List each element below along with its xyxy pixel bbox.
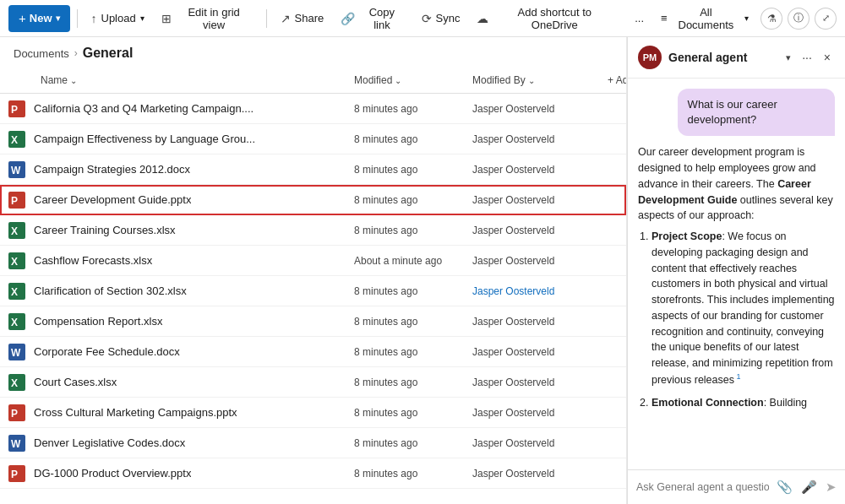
file-modified: 8 minutes ago [347, 407, 466, 419]
svg-text:X: X [11, 377, 18, 389]
table-row[interactable]: XCashflow Forecasts.xlsxAbout a minute a… [0, 246, 626, 276]
table-row[interactable]: WDenver Legislative Codes.docx8 minutes … [0, 428, 626, 458]
table-row[interactable]: XCourt Cases.xlsx8 minutes agoJasper Oos… [0, 367, 626, 398]
add-shortcut-button[interactable]: ☁ Add shortcut to OneDrive [470, 5, 623, 32]
docx-icon: W [8, 161, 25, 178]
agent-panel: PM General agent ▾ ··· × What is our car… [627, 37, 845, 504]
svg-text:X: X [11, 134, 18, 146]
file-author: Jasper Oosterveld [466, 316, 601, 328]
name-sort-icon: ⌄ [70, 76, 77, 85]
upload-button[interactable]: ↑ Upload ▾ [84, 5, 151, 32]
breadcrumb-parent[interactable]: Documents [14, 47, 69, 60]
svg-text:P: P [11, 469, 18, 480]
file-browser: Documents › General Name ⌄ Modified ⌄ Mo… [0, 37, 627, 504]
file-name-cell: Compensation Report.xlsx [34, 315, 347, 328]
agent-chevron-icon[interactable]: ▾ [786, 52, 791, 63]
table-row[interactable]: WCampaign Strategies 2012.docx8 minutes … [0, 154, 626, 185]
file-modified: 8 minutes ago [347, 133, 466, 145]
file-list-scroll[interactable]: Name ⌄ Modified ⌄ Modified By ⌄ + Add co… [0, 68, 626, 504]
agent-header-icons: ··· × [798, 48, 835, 67]
upload-icon: ↑ [91, 12, 97, 25]
table-row[interactable]: XClarification of Section 302.xlsx8 minu… [0, 276, 626, 306]
table-row[interactable]: XCompensation Report.xlsx8 minutes agoJa… [0, 306, 626, 337]
expand-button[interactable]: ⤢ [815, 8, 837, 30]
col-modified-header[interactable]: Modified ⌄ [347, 71, 466, 89]
mic-button[interactable]: 🎤 [799, 477, 820, 497]
new-button[interactable]: + New ▾ [8, 5, 70, 32]
file-name[interactable]: Clarification of Section 302.xlsx [34, 285, 187, 297]
file-name[interactable]: Campaign Strategies 2012.docx [34, 163, 190, 176]
sync-icon: ⟳ [422, 12, 432, 25]
file-modified: 8 minutes ago [347, 285, 466, 297]
svg-text:X: X [11, 286, 18, 298]
xlsx-icon: X [8, 313, 25, 330]
upload-chevron-icon: ▾ [140, 14, 144, 23]
file-name-cell: California Q3 and Q4 Marketing Campaign.… [34, 102, 347, 115]
add-col-label: + Add column [608, 74, 626, 86]
table-row[interactable]: PCross Cultural Marketing Campaigns.pptx… [0, 398, 626, 428]
file-author: Jasper Oosterveld [466, 407, 601, 419]
file-name[interactable]: Campaign Effectiveness by Language Grou.… [34, 133, 255, 145]
file-icon-cell: X [0, 252, 34, 269]
docx-icon: W [8, 344, 25, 360]
xlsx-icon: X [8, 252, 25, 269]
agent-more-button[interactable]: ··· [798, 48, 816, 67]
sync-button[interactable]: ⟳ Sync [415, 5, 467, 32]
file-name[interactable]: California Q3 and Q4 Marketing Campaign.… [34, 102, 254, 115]
file-icon-cell: W [0, 344, 34, 360]
share-button[interactable]: ↗ Share [274, 5, 331, 32]
table-row[interactable]: PCalifornia Q3 and Q4 Marketing Campaign… [0, 94, 626, 124]
attachment-button[interactable]: 📎 [774, 477, 795, 497]
file-name[interactable]: Cashflow Forecasts.xlsx [34, 254, 152, 267]
add-column-button[interactable]: + Add column [601, 71, 626, 89]
copy-link-button[interactable]: 🔗 Copy link [334, 5, 411, 32]
name-header-label: Name [41, 74, 68, 86]
send-button[interactable]: ➤ [823, 477, 839, 497]
agent-input-field[interactable] [636, 481, 769, 493]
separator-1 [77, 9, 78, 28]
file-author: Jasper Oosterveld [466, 346, 601, 358]
file-name[interactable]: Denver Legislative Codes.docx [34, 436, 185, 449]
file-modified: 8 minutes ago [347, 346, 466, 358]
modified-sort-icon: ⌄ [395, 76, 401, 85]
breadcrumb-current: General [83, 46, 134, 61]
pptx-icon: P [8, 100, 25, 117]
file-name-cell: Denver Legislative Codes.docx [34, 436, 347, 449]
file-name[interactable]: Cross Cultural Marketing Campaigns.pptx [34, 406, 237, 419]
share-label: Share [295, 12, 324, 24]
copy-link-label: Copy link [359, 6, 404, 31]
file-name[interactable]: Court Cases.xlsx [34, 376, 117, 388]
svg-text:W: W [11, 438, 21, 450]
agent-close-button[interactable]: × [820, 48, 835, 67]
file-name[interactable]: Corporate Fee Schedule.docx [34, 345, 180, 358]
more-button[interactable]: ... [628, 5, 651, 32]
list-item-1-text: : We focus on developing packaging desig… [651, 230, 835, 386]
file-icon-cell: P [0, 100, 34, 117]
plus-icon: + [19, 11, 26, 25]
file-author: Jasper Oosterveld [466, 468, 601, 480]
svg-text:W: W [11, 347, 21, 359]
table-row[interactable]: PCareer Development Guide.pptx8 minutes … [0, 185, 626, 215]
filter-button[interactable]: ⚗ [760, 8, 782, 30]
toolbar: + New ▾ ↑ Upload ▾ ⊞ Edit in grid view ↗… [0, 0, 845, 37]
agent-chat[interactable]: What is our career development? Our care… [628, 79, 845, 469]
grid-icon: ⊞ [161, 12, 172, 25]
table-row[interactable]: XCareer Training Courses.xlsx8 minutes a… [0, 215, 626, 246]
agent-input-icons: 📎 🎤 ➤ [774, 477, 839, 497]
file-name[interactable]: DG-1000 Product Overview.pptx [34, 467, 191, 480]
file-name[interactable]: Career Training Courses.xlsx [34, 224, 176, 236]
table-row[interactable]: XCampaign Effectiveness by Language Grou… [0, 124, 626, 154]
edit-grid-button[interactable]: ⊞ Edit in grid view [155, 5, 259, 32]
file-name[interactable]: Compensation Report.xlsx [34, 315, 162, 328]
col-name-header[interactable]: Name ⌄ [34, 71, 347, 89]
all-docs-button[interactable]: ≡ All Documents ▾ [654, 3, 755, 35]
table-row[interactable]: PDG-1000 Product Overview.pptx8 minutes … [0, 458, 626, 489]
col-modified-by-header[interactable]: Modified By ⌄ [466, 71, 601, 89]
file-name[interactable]: Career Development Guide.pptx [34, 193, 191, 206]
svg-text:P: P [11, 195, 18, 207]
file-icon-cell: P [0, 465, 34, 482]
xlsx-icon: X [8, 283, 25, 300]
table-row[interactable]: WCorporate Fee Schedule.docx8 minutes ag… [0, 337, 626, 367]
info-button[interactable]: ⓘ [788, 8, 810, 30]
breadcrumb-separator: › [74, 47, 78, 59]
